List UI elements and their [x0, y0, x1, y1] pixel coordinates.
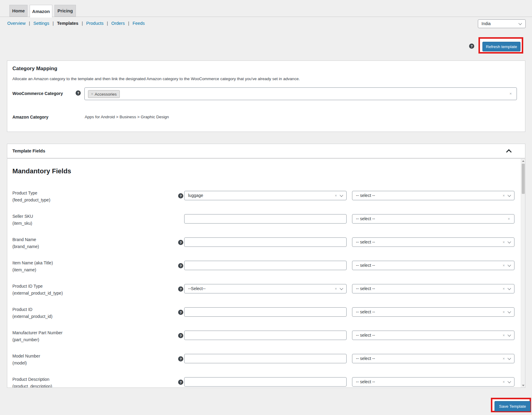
field-label: Product Type(feed_product_type)	[12, 190, 50, 204]
field-map-select[interactable]: -- select --×	[352, 331, 514, 340]
field-map-select[interactable]: -- select --×	[352, 354, 514, 363]
field-value-input[interactable]	[184, 214, 347, 224]
field-row: Manufacturer Part Number(part_number)?--…	[7, 331, 525, 341]
field-value-select[interactable]: luggage×	[184, 191, 347, 200]
help-icon[interactable]: ?	[178, 380, 183, 385]
field-row: Seller SKU(item_sku)-- select --×	[7, 214, 525, 224]
subnav-separator: |	[53, 21, 54, 26]
field-value-control	[184, 237, 347, 247]
chevron-down-icon	[340, 286, 343, 290]
save-template-button[interactable]: Save Template	[494, 401, 530, 411]
field-map-select[interactable]: -- select --×	[352, 307, 514, 317]
field-value-control	[184, 331, 347, 340]
chevron-down-icon	[508, 263, 511, 266]
field-row: Item Name (aka Title)(item_name)?-- sele…	[7, 261, 525, 271]
field-row: Brand Name(brand_name)?-- select --×	[7, 237, 525, 248]
field-value-input[interactable]	[184, 354, 347, 363]
scrollbar-thumb[interactable]	[522, 164, 525, 194]
field-map-select[interactable]: -- select --×	[352, 214, 514, 224]
field-value-input[interactable]	[184, 331, 347, 340]
subnav-item-templates[interactable]: Templates	[57, 21, 79, 26]
field-map-control: -- select --×	[352, 284, 514, 293]
clear-icon[interactable]: ×	[508, 217, 510, 221]
help-icon[interactable]: ?	[178, 263, 183, 268]
select-value: -- select --	[356, 263, 375, 268]
chevron-down-icon	[508, 193, 511, 197]
scrollbar-track[interactable]	[521, 159, 525, 387]
help-icon[interactable]: ?	[178, 193, 183, 198]
tab-home[interactable]: Home	[9, 5, 28, 17]
tag-remove-icon[interactable]: ×	[91, 92, 93, 96]
help-icon[interactable]: ?	[178, 286, 183, 292]
field-value-control: --Select--×	[184, 284, 347, 293]
subnav-item-orders[interactable]: Orders	[111, 21, 125, 26]
field-map-select[interactable]: -- select --×	[352, 261, 514, 270]
field-name: Manufacturer Part Number	[12, 329, 63, 336]
select-value: -- select --	[356, 309, 375, 314]
field-map-control: -- select --×	[352, 307, 514, 317]
help-icon[interactable]: ?	[178, 240, 183, 245]
field-map-control: -- select --×	[352, 237, 514, 247]
clear-icon[interactable]: ×	[509, 91, 512, 96]
help-icon[interactable]: ?	[178, 310, 183, 315]
clear-icon[interactable]: ×	[503, 357, 505, 361]
clear-icon[interactable]: ×	[503, 194, 505, 198]
help-icon[interactable]: ?	[178, 333, 183, 338]
subnav-item-feeds[interactable]: Feeds	[132, 21, 145, 26]
scroll-up-icon[interactable]	[521, 159, 525, 163]
subnav-item-products[interactable]: Products	[86, 21, 103, 26]
field-value-input[interactable]	[184, 377, 347, 387]
field-label: Item Name (aka Title)(item_name)	[12, 260, 53, 273]
refresh-template-button[interactable]: Refresh template	[482, 42, 521, 51]
field-value-input[interactable]	[184, 307, 347, 317]
select-value: -- select --	[356, 379, 375, 384]
field-map-select[interactable]: -- select --×	[352, 377, 514, 387]
field-map-control: -- select --×	[352, 191, 514, 200]
clear-icon[interactable]: ×	[503, 287, 505, 291]
field-name: Seller SKU	[12, 213, 33, 220]
field-value-control	[184, 261, 347, 270]
woocommerce-category-tag: × Accessories	[88, 90, 120, 98]
field-value-input[interactable]	[184, 237, 347, 247]
field-label: Manufacturer Part Number(part_number)	[12, 329, 63, 343]
clear-icon[interactable]: ×	[503, 333, 505, 338]
scroll-down-icon[interactable]	[521, 383, 525, 387]
tab-amazon[interactable]: Amazon	[30, 5, 52, 18]
field-value-input[interactable]	[184, 261, 347, 270]
chevron-down-icon	[508, 286, 511, 290]
help-icon[interactable]: ?	[178, 356, 183, 361]
chevron-up-icon[interactable]	[506, 149, 511, 155]
category-mapping-description: Allocate an Amazon category to the templ…	[12, 77, 300, 81]
refresh-help-icon[interactable]: ?	[469, 44, 474, 49]
clear-icon[interactable]: ×	[503, 263, 505, 268]
subnav-item-overview[interactable]: Overview	[7, 21, 25, 26]
woocommerce-category-label: WooCommerce Category	[12, 91, 63, 96]
field-value-control	[184, 307, 347, 317]
field-code: (item_sku)	[12, 220, 33, 227]
field-row: Product ID Type(external_product_id_type…	[7, 284, 525, 294]
field-label: Model Number(model)	[12, 353, 40, 367]
field-row: Model Number(model)?-- select --×	[7, 354, 525, 364]
field-map-control: -- select --×	[352, 354, 514, 363]
field-map-select[interactable]: -- select --×	[352, 237, 514, 247]
marketplace-select[interactable]: India	[478, 19, 526, 28]
field-code: (external_product_id_type)	[12, 290, 63, 297]
select-value: -- select --	[356, 333, 375, 338]
field-value-control: luggage×	[184, 191, 347, 200]
field-map-select[interactable]: -- select --×	[352, 191, 514, 200]
field-value-select[interactable]: --Select--×	[184, 284, 347, 293]
subnav-item-settings[interactable]: Settings	[33, 21, 49, 26]
field-row: Product ID(external_product_id)?-- selec…	[7, 307, 525, 318]
clear-icon[interactable]: ×	[503, 380, 505, 384]
woocommerce-category-help-icon[interactable]: ?	[76, 90, 81, 96]
field-map-select[interactable]: -- select --×	[352, 284, 514, 293]
field-map-control: -- select --×	[352, 261, 514, 270]
field-map-control: -- select --×	[352, 377, 514, 387]
clear-icon[interactable]: ×	[335, 287, 337, 291]
tab-pricing[interactable]: Pricing	[54, 5, 76, 17]
clear-icon[interactable]: ×	[335, 194, 337, 198]
woocommerce-category-input[interactable]: × Accessories ×	[84, 87, 517, 100]
clear-icon[interactable]: ×	[503, 310, 505, 314]
clear-icon[interactable]: ×	[503, 240, 505, 244]
field-name: Product Type	[12, 190, 50, 197]
